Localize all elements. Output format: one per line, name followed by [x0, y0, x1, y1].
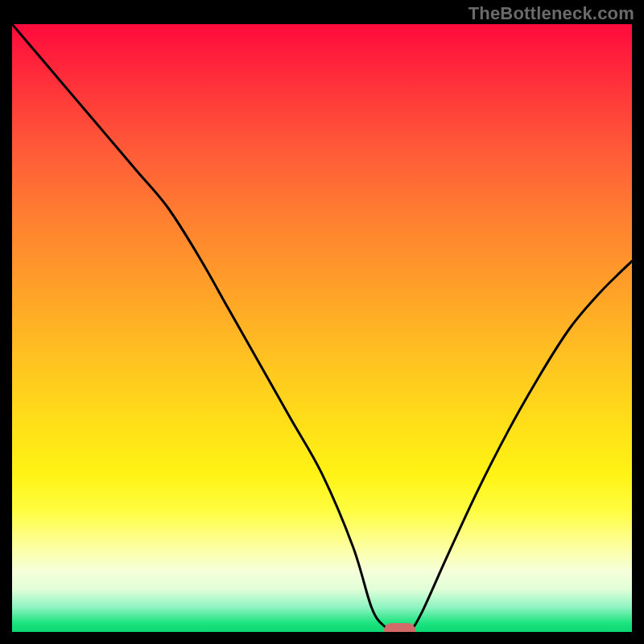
optimum-marker: [384, 623, 415, 632]
plot-area: [12, 24, 632, 632]
watermark-text: TheBottleneck.com: [469, 3, 634, 24]
bottleneck-curve: [12, 24, 632, 632]
chart-frame: TheBottleneck.com: [0, 0, 644, 644]
